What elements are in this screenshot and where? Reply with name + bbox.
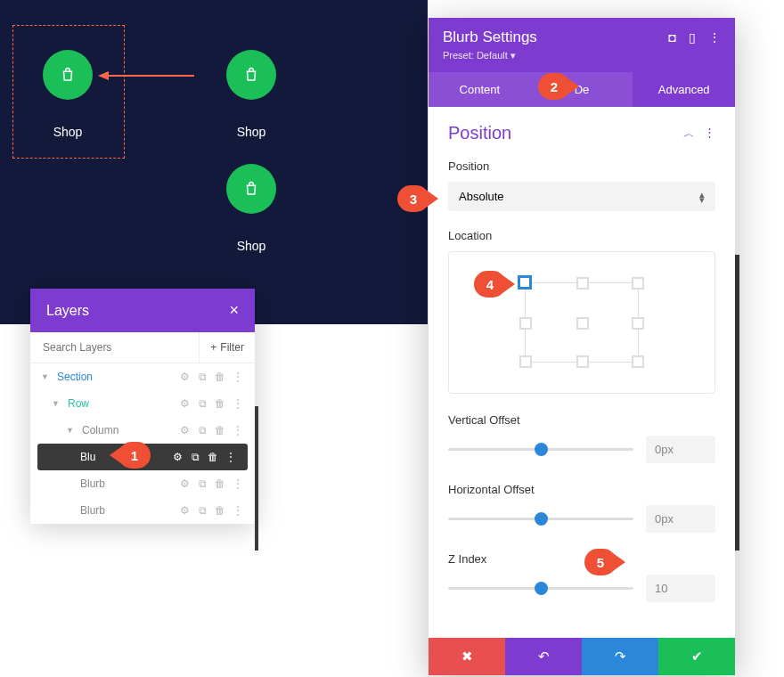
- zindex-slider[interactable]: [448, 587, 633, 590]
- section-header[interactable]: Position ︿ ⋮: [448, 123, 715, 143]
- blurb-label: Shop: [226, 125, 276, 139]
- settings-header: Blurb Settings ◘ ▯ ⋮ Preset: Default ▾: [429, 18, 735, 72]
- anchor-mid-center[interactable]: [576, 317, 589, 330]
- search-input[interactable]: [30, 332, 199, 363]
- annotation-arrow: [98, 71, 194, 80]
- shop-icon: [43, 50, 93, 100]
- caret-icon: ▼: [41, 372, 52, 381]
- shop-icon: [226, 164, 276, 214]
- slider-thumb[interactable]: [535, 582, 548, 595]
- anchor-bottom-left[interactable]: [519, 355, 532, 368]
- gear-icon[interactable]: ⚙: [178, 397, 191, 410]
- trash-icon[interactable]: 🗑: [214, 371, 226, 383]
- layer-actions: ⚙⧉🗑⋮: [178, 477, 244, 490]
- anchor-mid-left[interactable]: [519, 317, 532, 330]
- layer-actions: ⚙⧉🗑⋮: [171, 451, 237, 463]
- vertical-offset-slider[interactable]: [448, 448, 633, 451]
- horizontal-offset-slider[interactable]: [448, 518, 633, 520]
- scrollbar-track: [735, 255, 739, 551]
- filter-button[interactable]: + Filter: [199, 332, 255, 363]
- duplicate-icon[interactable]: ⧉: [196, 477, 208, 490]
- trash-icon[interactable]: 🗑: [214, 477, 226, 490]
- settings-title: Blurb Settings: [443, 29, 537, 46]
- vertical-offset-value[interactable]: 0px: [646, 436, 715, 463]
- anchor-mid-right[interactable]: [632, 317, 644, 330]
- location-grid: [525, 282, 639, 363]
- anchor-bottom-center[interactable]: [576, 355, 589, 368]
- blurb-module-1[interactable]: Shop: [43, 50, 93, 139]
- duplicate-icon[interactable]: ⧉: [196, 397, 208, 410]
- focus-icon[interactable]: ◘: [669, 30, 676, 45]
- callout-3: 3: [397, 185, 429, 212]
- horizontal-offset-value[interactable]: 0px: [646, 505, 715, 533]
- layer-row-blurb[interactable]: Blurb ⚙⧉🗑⋮: [30, 470, 255, 497]
- layer-name: Column: [82, 424, 178, 436]
- more-icon[interactable]: ⋮: [708, 30, 721, 45]
- more-icon[interactable]: ⋮: [232, 397, 244, 410]
- blurb-module-3[interactable]: Shop: [226, 164, 276, 253]
- layer-row-column[interactable]: ▼ Column ⚙⧉🗑⋮: [30, 417, 255, 444]
- tab-advanced[interactable]: Advanced: [633, 72, 735, 107]
- layer-row-row[interactable]: ▼ Row ⚙⧉🗑⋮: [30, 390, 255, 417]
- anchor-top-right[interactable]: [632, 277, 644, 290]
- anchor-top-left[interactable]: [518, 275, 532, 290]
- layer-name: Section: [57, 371, 178, 383]
- layer-actions: ⚙⧉🗑⋮: [178, 504, 244, 517]
- columns-icon[interactable]: ▯: [689, 30, 696, 45]
- settings-footer: ✖ ↶ ↷ ✔: [429, 638, 735, 675]
- select-value: Absolute: [459, 190, 504, 203]
- caret-down-icon: ▾: [510, 50, 516, 61]
- gear-icon[interactable]: ⚙: [171, 451, 184, 463]
- duplicate-icon[interactable]: ⧉: [196, 371, 208, 383]
- more-icon[interactable]: ⋮: [225, 451, 237, 463]
- tab-content[interactable]: Content: [429, 72, 531, 107]
- gear-icon[interactable]: ⚙: [178, 371, 191, 383]
- layer-row-section[interactable]: ▼ Section ⚙⧉🗑⋮: [30, 363, 255, 390]
- gear-icon[interactable]: ⚙: [178, 477, 191, 490]
- location-label: Location: [448, 229, 715, 242]
- layers-panel: Layers × + Filter ▼ Section ⚙⧉🗑⋮ ▼ Row ⚙…: [30, 289, 255, 524]
- settings-tabs: Content De Advanced: [429, 72, 735, 107]
- caret-icon: ▼: [66, 426, 77, 435]
- trash-icon[interactable]: 🗑: [214, 424, 226, 436]
- blurb-module-2[interactable]: Shop: [226, 50, 276, 139]
- layers-search-row: + Filter: [30, 332, 255, 363]
- duplicate-icon[interactable]: ⧉: [189, 451, 201, 463]
- preset-selector[interactable]: Preset: Default ▾: [443, 50, 721, 61]
- more-icon[interactable]: ⋮: [232, 504, 244, 517]
- anchor-bottom-right[interactable]: [632, 355, 644, 368]
- blurb-label: Shop: [226, 239, 276, 253]
- gear-icon[interactable]: ⚙: [178, 504, 191, 517]
- save-button[interactable]: ✔: [658, 638, 735, 675]
- collapse-icon[interactable]: ︿: [683, 126, 695, 142]
- layer-row-blurb[interactable]: Blurb ⚙⧉🗑⋮: [30, 497, 255, 524]
- close-icon[interactable]: ×: [229, 301, 239, 320]
- settings-body: Position ︿ ⋮ Position Absolute ▴▾ Locati…: [429, 107, 735, 638]
- duplicate-icon[interactable]: ⧉: [196, 504, 208, 517]
- position-label: Position: [448, 159, 715, 173]
- anchor-top-center[interactable]: [576, 277, 589, 290]
- position-select[interactable]: Absolute ▴▾: [448, 182, 715, 211]
- trash-icon[interactable]: 🗑: [214, 504, 226, 517]
- trash-icon[interactable]: 🗑: [207, 451, 219, 463]
- slider-thumb[interactable]: [535, 443, 548, 456]
- redo-button[interactable]: ↷: [582, 638, 658, 675]
- more-icon[interactable]: ⋮: [704, 126, 715, 142]
- undo-button[interactable]: ↶: [505, 638, 582, 675]
- duplicate-icon[interactable]: ⧉: [196, 424, 208, 436]
- layer-name: Blurb: [80, 477, 178, 490]
- callout-1: 1: [118, 442, 151, 469]
- slider-thumb[interactable]: [535, 512, 548, 526]
- more-icon[interactable]: ⋮: [232, 371, 244, 383]
- layers-title: Layers: [46, 303, 89, 319]
- caret-icon: ▼: [52, 399, 62, 408]
- zindex-value[interactable]: 10: [646, 575, 715, 602]
- cancel-button[interactable]: ✖: [429, 638, 505, 675]
- more-icon[interactable]: ⋮: [232, 424, 244, 436]
- trash-icon[interactable]: 🗑: [214, 397, 226, 410]
- settings-header-icons: ◘ ▯ ⋮: [669, 30, 721, 45]
- layer-actions: ⚙⧉🗑⋮: [178, 424, 244, 436]
- layer-name: Row: [68, 397, 178, 410]
- more-icon[interactable]: ⋮: [232, 477, 244, 490]
- gear-icon[interactable]: ⚙: [178, 424, 191, 436]
